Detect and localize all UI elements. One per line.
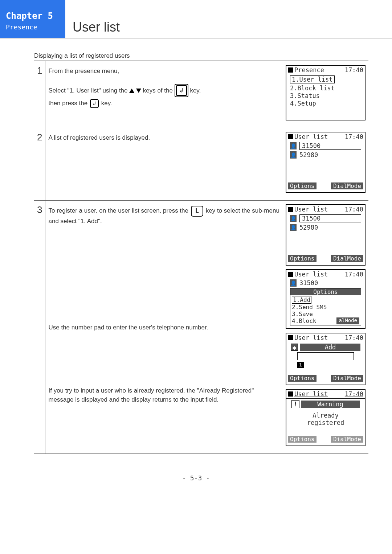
- add-header: Add: [300, 344, 360, 351]
- phone-screen-options-menu: User list 17:40 👤31500 Options 1.Add 2.S…: [286, 269, 366, 329]
- screen-title: User list: [294, 334, 328, 341]
- down-arrow-icon: [136, 89, 141, 93]
- user-icon: 👤: [290, 142, 297, 149]
- warning-header: Warning: [301, 401, 360, 408]
- step1-line2: Select "1. User list" using the keys of …: [48, 84, 280, 98]
- popup-header: Options: [290, 288, 361, 295]
- add-icon: ✱: [291, 344, 298, 351]
- page-title: User list: [65, 7, 392, 38]
- subtitle: Displaying a list of registered users: [34, 52, 368, 61]
- step-text: From the presence menu, Select "1. User …: [45, 61, 283, 128]
- step-text: To register a user, on the user list scr…: [45, 201, 283, 454]
- cursor-indicator: 1: [297, 362, 304, 368]
- step-text: A list of registered users is displayed.: [45, 128, 283, 201]
- mode-fragment: alMode: [336, 317, 359, 324]
- L-key-icon: L: [191, 206, 203, 217]
- step3-part1: To register a user, on the user list scr…: [48, 206, 280, 226]
- screen-time: 17:40: [345, 66, 363, 74]
- screen-time: 17:40: [345, 390, 363, 398]
- popup-item: 2.Send SMS: [292, 304, 359, 311]
- options-softkey: Options: [288, 182, 317, 189]
- step-row: 2 A list of registered users is displaye…: [34, 128, 368, 201]
- screen-time: 17:40: [345, 133, 363, 140]
- dialmode-softkey-dimmed: DialMode: [331, 436, 363, 443]
- menu-item: 3.Status: [290, 92, 361, 99]
- user-icon: 👤: [290, 151, 297, 159]
- square-icon: [288, 67, 293, 73]
- screen-time: 17:40: [345, 334, 363, 341]
- screen-title: User list: [294, 390, 328, 398]
- blue-top-bar: [0, 0, 65, 7]
- step-number: 2: [34, 128, 45, 201]
- step3-part2: Use the number pad to enter the user's t…: [48, 323, 280, 332]
- user-entry: 52980: [299, 151, 318, 159]
- nav-key-icon: ↲: [175, 84, 188, 98]
- step-row: 1 From the presence menu, Select "1. Use…: [34, 61, 368, 128]
- enter-key-icon: ↲: [90, 99, 99, 108]
- text: key.: [101, 100, 112, 107]
- text: To register a user, on the user list scr…: [48, 207, 190, 214]
- warning-msg-2: registered: [286, 419, 365, 426]
- user-entry: 31500: [299, 142, 361, 150]
- dialmode-softkey: DialMode: [331, 182, 363, 189]
- page-number: - 5-3 -: [0, 474, 392, 482]
- screen-title: Presence: [294, 66, 324, 74]
- step-number: 3: [34, 201, 45, 454]
- square-icon: [288, 134, 293, 139]
- chapter-section: Presence: [6, 23, 60, 31]
- step1-line3: then press the ↲ key.: [48, 99, 280, 108]
- phone-input-field: [297, 352, 354, 360]
- text: keys of the: [143, 87, 175, 94]
- screen-title: User list: [294, 206, 328, 213]
- options-softkey-dimmed: Options: [288, 436, 317, 443]
- phone-screen-add: User list 17:40 ✱ Add 1 Options DialMode: [286, 333, 366, 385]
- text: then press the: [48, 100, 89, 107]
- dialmode-softkey: DialMode: [331, 375, 363, 382]
- chapter-block: Chapter 5 Presence: [0, 7, 65, 38]
- user-entry: 31500: [299, 279, 318, 287]
- menu-item-selected: 1.User list: [290, 75, 335, 83]
- options-popup: Options 1.Add 2.Send SMS 3.Save 4.Blocka…: [290, 288, 361, 325]
- user-icon: 👤: [290, 215, 297, 222]
- enter-icon: ↲: [176, 85, 187, 96]
- step2-text: A list of registered users is displayed.: [48, 133, 280, 143]
- popup-item: 4.Block: [292, 317, 316, 324]
- step-row: 3 To register a user, on the user list s…: [34, 201, 368, 454]
- square-icon: [288, 272, 293, 277]
- menu-item: 2.Block list: [290, 85, 361, 92]
- step-number: 1: [34, 61, 45, 128]
- text: key,: [190, 87, 201, 94]
- phone-screen-userlist-2: User list 17:40 👤31500 👤52980 Options Di…: [286, 204, 366, 266]
- popup-item: 3.Save: [292, 311, 359, 317]
- user-icon: 👤: [290, 224, 297, 231]
- step3-part3: If you try to input a user who is alread…: [48, 386, 280, 405]
- phone-screen-userlist: User list 17:40 👤31500 👤52980 Options Di…: [286, 132, 366, 193]
- screen-time: 17:40: [345, 206, 363, 213]
- options-softkey: Options: [288, 375, 317, 382]
- user-entry: 52980: [299, 224, 318, 231]
- chapter-number: Chapter 5: [6, 11, 60, 21]
- step1-line1: From the presence menu,: [48, 66, 280, 76]
- phone-screenshot-col: User list 17:40 👤31500 👤52980 Options Di…: [283, 201, 368, 454]
- up-arrow-icon: [129, 89, 134, 93]
- user-entry: 31500: [299, 214, 361, 222]
- options-softkey: Options: [288, 255, 317, 262]
- screen-time: 17:40: [345, 271, 363, 278]
- dialmode-softkey: DialMode: [331, 255, 363, 262]
- warning-icon: !: [291, 400, 299, 408]
- phone-screen-presence: Presence 17:40 1.User list 2.Block list …: [286, 65, 366, 120]
- warning-msg-1: Already: [286, 412, 365, 419]
- phone-screenshot-col: User list 17:40 👤31500 👤52980 Options Di…: [283, 128, 368, 201]
- user-icon: 👤: [290, 279, 297, 287]
- screen-title: User list: [294, 271, 328, 278]
- menu-item: 4.Setup: [290, 100, 361, 107]
- text: Select "1. User list" using the: [48, 87, 129, 94]
- page-header: Chapter 5 Presence User list: [0, 7, 392, 38]
- phone-screen-warning: User list 17:40 ! Warning Already regist…: [286, 389, 366, 446]
- square-icon: [288, 391, 293, 397]
- screen-title: User list: [294, 133, 328, 140]
- square-icon: [288, 207, 293, 212]
- step-table: 1 From the presence menu, Select "1. Use…: [34, 61, 368, 454]
- popup-item-selected: 1.Add: [292, 296, 311, 304]
- phone-screenshot-col: Presence 17:40 1.User list 2.Block list …: [283, 61, 368, 128]
